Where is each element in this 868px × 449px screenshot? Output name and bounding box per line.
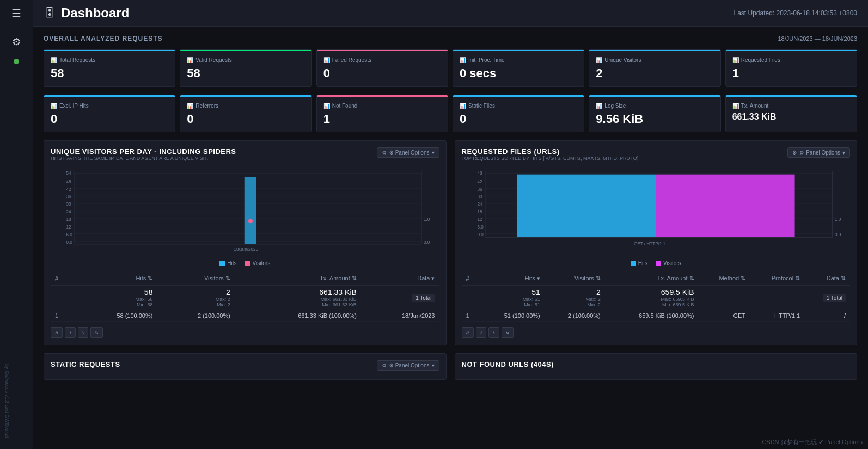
- svg-text:42: 42: [477, 179, 482, 184]
- stat-label-txamount: 📊 Tx. Amount: [732, 103, 850, 109]
- col-visitors[interactable]: Visitors ⇅: [545, 272, 605, 286]
- svg-text:6.0: 6.0: [477, 224, 484, 230]
- col-hits[interactable]: Hits ⇅: [74, 272, 157, 286]
- col-hits[interactable]: Hits ▾: [479, 272, 545, 286]
- cell-hits: 58 Max: 58 Min: 58: [74, 286, 157, 310]
- col-method[interactable]: Method ⇅: [699, 272, 750, 286]
- cell-data-badge: 1 Total: [804, 286, 850, 310]
- cell-tx: 659.5 KiB Max: 659.5 KiB Min: 659.5 KiB: [605, 286, 699, 310]
- gear-icon: ⚙: [382, 362, 387, 368]
- svg-text:48: 48: [66, 179, 71, 184]
- svg-point-26: [248, 219, 253, 224]
- settings-icon[interactable]: ⚙: [12, 36, 21, 48]
- cell-tx: 661.33 KiB Max: 661.33 KiB Min: 661.33 K…: [235, 286, 361, 310]
- visitors-panel: UNIQUE VISITORS PER DAY - INCLUDING SPID…: [44, 140, 447, 345]
- not-found-panel: NOT FOUND URLS (404S): [455, 353, 858, 380]
- page-first-button[interactable]: «: [51, 327, 63, 338]
- col-tx-amount[interactable]: Tx. Amount ⇅: [235, 272, 361, 286]
- stat-card-unique-visitors: 📊 Unique Visitors 2: [589, 49, 720, 87]
- table-row-summary: 58 Max: 58 Min: 58 2 Max: 2 Min: 2 661.3…: [51, 286, 439, 310]
- stat-value-notfound: 1: [323, 112, 441, 126]
- legend-hits: Hits: [219, 260, 236, 266]
- visitors-chart-svg: 54 48 42 36 30 24 18 12 6.0 0.0 1.0 0.0: [51, 169, 439, 256]
- notfound-panel-header: NOT FOUND URLS (404S): [462, 360, 851, 368]
- visitors-table: # Hits ⇅ Visitors ⇅ Tx. Amount ⇅ Data ▾ …: [51, 272, 439, 322]
- svg-rect-53: [517, 175, 656, 237]
- svg-text:12: 12: [477, 217, 482, 222]
- stat-card-excl-ip: 📊 Excl. IP Hits 0: [44, 95, 175, 132]
- chart-icon: 📊: [460, 103, 466, 109]
- col-tx[interactable]: Tx. Amount ⇅: [605, 272, 699, 286]
- stat-value-static: 0: [460, 112, 577, 126]
- cell-num: [462, 286, 479, 310]
- stat-value-visitors: 2: [596, 66, 713, 81]
- svg-rect-28: [219, 261, 225, 266]
- stat-label-referrers: 📊 Referrers: [187, 103, 304, 109]
- gear-icon: ⚙: [792, 150, 797, 156]
- stat-value-excl: 0: [51, 112, 168, 126]
- reqfiles-page-prev-button[interactable]: ‹: [476, 327, 487, 338]
- reqfiles-panel-header: REQUESTED FILES (URLS) TOP REQUESTS SORT…: [462, 147, 851, 167]
- stat-value-init: 0 secs: [460, 66, 577, 81]
- svg-text:36: 36: [477, 186, 482, 192]
- static-panel-options-button[interactable]: ⚙ ⚙ Panel Options ▾: [377, 360, 439, 371]
- svg-rect-54: [656, 175, 794, 237]
- chart-icon: 📊: [596, 57, 602, 63]
- col-num[interactable]: #: [51, 272, 74, 286]
- stat-label-logsize: 📊 Log Size: [596, 103, 713, 109]
- col-protocol[interactable]: Protocol ⇅: [750, 272, 804, 286]
- chart-icon: 📊: [732, 103, 739, 109]
- stat-label-init: 📊 Init. Proc. Time: [460, 57, 577, 63]
- chart-icon: 📊: [323, 103, 330, 109]
- stat-label-failed: 📊 Failed Requests: [323, 57, 441, 63]
- cell-row1-visitors: 2 (100.00%): [157, 310, 234, 322]
- cell-row1-tx: 659.5 KiB (100.00%): [605, 310, 699, 322]
- chart-icon: 📊: [187, 103, 193, 109]
- content-area: OVERALL ANALYZED REQUESTS 18/JUN/2023 — …: [33, 27, 868, 449]
- visitors-panel-options-button[interactable]: ⚙ ⚙ Panel Options ▾: [377, 147, 439, 158]
- stat-label-excl: 📊 Excl. IP Hits: [51, 103, 168, 109]
- last-updated: Last Updated: 2023-06-18 14:03:53 +0800: [733, 9, 857, 17]
- col-visitors[interactable]: Visitors ⇅: [157, 272, 234, 286]
- reqfiles-summary-row: 51 Max: 51 Min: 51 2 Max: 2 Min: 2 659.5…: [462, 286, 851, 310]
- stat-card-failed-requests: 📊 Failed Requests 0: [316, 49, 448, 87]
- cell-row1-data: 18/Jun/2023: [361, 310, 439, 322]
- header: 🎛 Dashboard Last Updated: 2023-06-18 14:…: [33, 0, 868, 27]
- visitors-chart: 54 48 42 36 30 24 18 12 6.0 0.0 1.0 0.0: [51, 169, 439, 256]
- reqfiles-hits-icon: [631, 261, 636, 266]
- col-data[interactable]: Data ⇅: [804, 272, 850, 286]
- stat-card-tx-amount: 📊 Tx. Amount 661.33 KiB: [725, 95, 857, 132]
- svg-text:18/Jun/2023: 18/Jun/2023: [234, 247, 258, 252]
- stat-card-requested-files: 📊 Requested Files 1: [725, 49, 857, 87]
- reqfiles-panel-title: REQUESTED FILES (URLS): [462, 147, 639, 156]
- reqfiles-legend-visitors: Visitors: [656, 260, 681, 266]
- static-panel-title: STATIC REQUESTS: [51, 360, 120, 368]
- reqfiles-chart: 48 42 36 30 24 18 12 6.0 0.0 1.0 0.0: [462, 169, 851, 256]
- requested-files-panel: REQUESTED FILES (URLS) TOP REQUESTS SORT…: [455, 140, 858, 345]
- reqfiles-page-next-button[interactable]: ›: [488, 327, 499, 338]
- reqfiles-page-last-button[interactable]: »: [502, 327, 514, 338]
- page-prev-button[interactable]: ‹: [65, 327, 76, 338]
- stat-label-reqfiles: 📊 Requested Files: [732, 57, 850, 63]
- reqfiles-panel-options-button[interactable]: ⚙ ⚙ Panel Options ▾: [787, 147, 850, 158]
- col-data[interactable]: Data ▾: [361, 272, 439, 286]
- svg-text:36: 36: [66, 194, 71, 199]
- svg-rect-56: [631, 261, 636, 266]
- cell-row1-num: 1: [51, 310, 74, 322]
- footer-watermark: CSDN @梦有一把玩 ✔ Panel Options: [762, 438, 863, 446]
- stat-value-referrers: 0: [187, 112, 304, 126]
- reqfiles-legend: Hits Visitors: [462, 260, 851, 266]
- page-next-button[interactable]: ›: [78, 327, 89, 338]
- cell-num: [51, 286, 74, 310]
- main-area: 🎛 Dashboard Last Updated: 2023-06-18 14:…: [33, 0, 868, 449]
- svg-text:18: 18: [477, 209, 482, 214]
- reqfiles-page-first-button[interactable]: «: [462, 327, 474, 338]
- static-panel-header: STATIC REQUESTS ⚙ ⚙ Panel Options ▾: [51, 360, 439, 371]
- chart-icon: 📊: [732, 57, 739, 63]
- cell-hits: 51 Max: 51 Min: 51: [479, 286, 545, 310]
- reqfiles-row-1: 1 51 (100.00%) 2 (100.00%) 659.5 KiB (10…: [462, 310, 851, 322]
- col-num[interactable]: #: [462, 272, 479, 286]
- page-last-button[interactable]: »: [90, 327, 102, 338]
- chart-icon: 📊: [323, 57, 330, 63]
- hamburger-menu-icon[interactable]: ☰: [11, 7, 21, 20]
